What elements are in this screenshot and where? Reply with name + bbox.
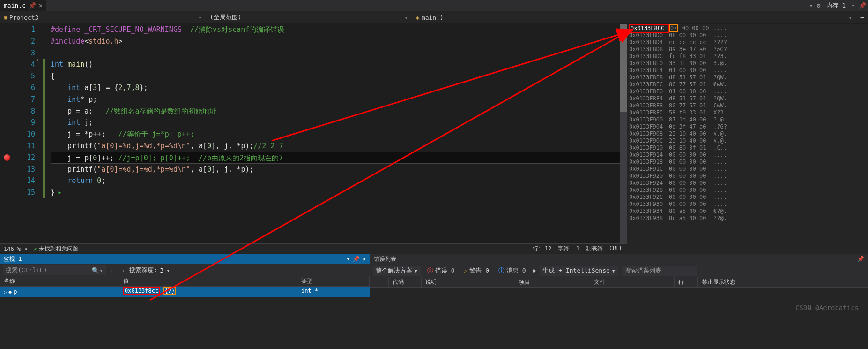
pin-icon[interactable]: 📌 bbox=[29, 2, 36, 9]
function-label: main() bbox=[422, 14, 444, 21]
memory-row[interactable]: 0x0133F8D889 3e 47 a0?>G? bbox=[629, 46, 866, 53]
memory-row[interactable]: 0x0133F90C23 10 40 00#.@. bbox=[629, 137, 866, 144]
memory-rows[interactable]: 0x0133F8CC07 00 00 00....0x0133F8D008 00… bbox=[627, 24, 868, 254]
col-line[interactable]: 行 bbox=[675, 277, 698, 287]
memory-row[interactable]: 0x0133F8F001 00 00 00.... bbox=[629, 88, 866, 95]
chevron-down-icon[interactable]: ▾ bbox=[166, 267, 170, 274]
watch-value-addr: 0x0133f8cc bbox=[123, 287, 160, 295]
watermark: CSDN @Aerobatics bbox=[795, 304, 859, 311]
close-icon[interactable]: ✕ bbox=[363, 256, 366, 262]
nav-prev-icon[interactable]: ← bbox=[109, 267, 116, 274]
editor-panel: 123 456 789 101112 131415 ⊟ #define _CRT… bbox=[0, 24, 627, 254]
dropdown-arrow-icon[interactable]: ▾ bbox=[849, 2, 857, 9]
memory-row[interactable]: 0x0133F92000 00 00 00.... bbox=[629, 173, 866, 180]
search-depth-label: 搜索深度: bbox=[129, 266, 157, 274]
expand-icon[interactable]: ▷ bbox=[4, 289, 7, 295]
watch-panel: 监视 1 ▾ 📌 ✕ 搜索(Ctrl+E) 🔍 ▾ ← → 搜索深度: 3 ▾ … bbox=[0, 254, 370, 349]
dropdown-arrow-icon[interactable]: ▾ bbox=[808, 2, 815, 9]
function-selector[interactable]: ◈ main() ▾ bbox=[412, 11, 856, 23]
col-project[interactable]: 项目 bbox=[515, 277, 590, 287]
status-bar: 146 % ▾ ✔ 未找到相关问题 行: 12 字符: 1 制表符 CRLF bbox=[0, 243, 627, 254]
memory-row[interactable]: 0x0133F8D4cc cc cc cc???? bbox=[629, 39, 866, 46]
memory-row[interactable]: 0x0133F92C00 00 00 00.... bbox=[629, 194, 866, 201]
gear-icon[interactable]: ⚙ bbox=[815, 2, 823, 9]
memory-row[interactable]: 0x0133F8DCfc f8 33 01??3. bbox=[629, 53, 866, 60]
memory-row[interactable]: 0x0133F8F4d8 51 57 01?QW. bbox=[629, 95, 866, 102]
memory-row[interactable]: 0x0133F91000 80 0f 01.€.. bbox=[629, 144, 866, 152]
zoom-dropdown-icon[interactable]: ▾ bbox=[24, 246, 28, 252]
tab-label: main.c bbox=[4, 2, 26, 9]
pin-icon[interactable]: 📌 bbox=[857, 2, 868, 9]
errors-count-button[interactable]: ⓧ 错误 0 bbox=[424, 266, 458, 276]
memory-row[interactable]: 0x0133F8FC58 f9 33 01X?3. bbox=[629, 109, 866, 116]
line-numbers: 123 456 789 101112 131415 bbox=[14, 24, 42, 243]
watch-toolbar: 搜索(Ctrl+E) 🔍 ▾ ← → 搜索深度: 3 ▾ bbox=[0, 264, 370, 276]
code-area[interactable]: 123 456 789 101112 131415 ⊟ #define _CRT… bbox=[0, 24, 627, 243]
memory-row[interactable]: 0x0133F8EC80 77 57 01€wW. bbox=[629, 81, 866, 88]
watch-header: 监视 1 ▾ 📌 ✕ bbox=[0, 254, 370, 264]
col-type[interactable]: 类型 bbox=[297, 276, 370, 286]
pin-icon[interactable]: 📌 bbox=[857, 256, 864, 262]
project-icon: ▣ bbox=[4, 14, 7, 21]
messages-count-button[interactable]: ⓘ 消息 0 bbox=[496, 266, 529, 276]
close-icon[interactable]: ✕ bbox=[39, 2, 43, 9]
split-icon[interactable]: ⫟ bbox=[856, 14, 868, 21]
scope-selector[interactable]: (全局范围) ▾ bbox=[206, 11, 412, 23]
play-icon[interactable]: ▸ bbox=[58, 188, 62, 197]
memory-row[interactable]: 0x0133F92800 00 00 00.... bbox=[629, 187, 866, 194]
col-value[interactable]: 值 bbox=[119, 276, 297, 286]
error-search-input[interactable]: 搜索错误列表 bbox=[622, 266, 697, 276]
pin-icon[interactable]: 📌 bbox=[353, 256, 360, 262]
col-suppress[interactable]: 禁止显示状态 bbox=[698, 277, 868, 287]
memory-row[interactable]: 0x0133F8E401 00 00 00.... bbox=[629, 67, 866, 74]
memory-row[interactable]: 0x0133F93000 00 00 00.... bbox=[629, 201, 866, 208]
memory-row[interactable]: 0x0133F92400 00 00 00.... bbox=[629, 180, 866, 187]
memory-row[interactable]: 0x0133F8CC07 00 00 00.... bbox=[629, 25, 866, 32]
vertical-scrollbar[interactable] bbox=[620, 24, 627, 243]
memory-row[interactable]: 0x0133F93480 a5 40 00€?@. bbox=[629, 208, 866, 215]
memory-row[interactable]: 0x0133F9388c a5 40 00??@. bbox=[629, 215, 866, 222]
breakpoint-gutter[interactable] bbox=[0, 24, 14, 243]
memory-panel: 0x0133F8CC07 00 00 00....0x0133F8D008 00… bbox=[627, 24, 868, 254]
error-list-title: 错误列表 bbox=[374, 255, 396, 263]
col-code[interactable]: 代码 bbox=[389, 277, 422, 287]
memory-row[interactable]: 0x0133F8E8d8 51 57 01?QW. bbox=[629, 74, 866, 81]
warning-icon: ⚠ bbox=[464, 267, 467, 274]
tab-bar: main.c 📌 ✕ ▾ ⚙ 内存 1 ▾ 📌 bbox=[0, 0, 868, 11]
col-name[interactable]: 名称 bbox=[0, 276, 119, 286]
clear-filter-icon[interactable]: ✖ bbox=[533, 267, 536, 274]
breakpoint-marker[interactable] bbox=[4, 154, 10, 161]
file-tab[interactable]: main.c 📌 ✕ bbox=[0, 0, 46, 11]
solution-selector[interactable]: 整个解决方案 ▾ bbox=[373, 266, 421, 276]
watch-var-type: int * bbox=[297, 287, 370, 297]
indent-mode: 制表符 bbox=[586, 245, 603, 253]
memory-row[interactable]: 0x0133F91C00 00 00 00.... bbox=[629, 166, 866, 173]
memory-row[interactable]: 0x0133F8F880 77 57 01€wW. bbox=[629, 102, 866, 109]
col-desc[interactable]: 说明 bbox=[422, 277, 515, 287]
col-icon[interactable] bbox=[370, 277, 389, 287]
project-selector[interactable]: ▣ Project3 ▾ bbox=[0, 11, 206, 23]
col-file[interactable]: 文件 bbox=[590, 277, 675, 287]
warnings-count-button[interactable]: ⚠ 警告 0 bbox=[461, 266, 491, 276]
memory-row[interactable]: 0x0133F91800 00 00 00.... bbox=[629, 159, 866, 166]
build-mode-selector[interactable]: 生成 + IntelliSense ▾ bbox=[540, 266, 618, 276]
search-depth-value[interactable]: 3 bbox=[160, 267, 163, 274]
change-margin: ⊟ bbox=[42, 24, 51, 243]
memory-row[interactable]: 0x0133F8D008 00 00 00.... bbox=[629, 32, 866, 39]
dropdown-icon[interactable]: ▾ bbox=[347, 256, 350, 262]
memory-row[interactable]: 0x0133F9040d 3f 47 a0.?G? bbox=[629, 123, 866, 130]
code-lines[interactable]: #define _CRT_SECURE_NO_WARNINGS //消除vs对s… bbox=[51, 24, 627, 243]
error-list-panel: 错误列表 📌 整个解决方案 ▾ ⓧ 错误 0 ⚠ 警告 0 ⓘ 消息 0 ✖ bbox=[370, 254, 868, 349]
nav-next-icon[interactable]: → bbox=[119, 267, 126, 274]
watch-search-input[interactable]: 搜索(Ctrl+E) 🔍 ▾ bbox=[3, 265, 106, 275]
chevron-down-icon: ▾ bbox=[612, 267, 616, 274]
collapse-icon[interactable]: ⊟ bbox=[37, 57, 40, 62]
memory-row[interactable]: 0x0133F90087 1d 40 00?.@. bbox=[629, 116, 866, 123]
memory-row[interactable]: 0x0133F91400 00 00 00.... bbox=[629, 152, 866, 159]
chevron-down-icon[interactable]: ▾ bbox=[99, 267, 103, 274]
memory-row[interactable]: 0x0133F8E033 1f 40 003.@. bbox=[629, 60, 866, 67]
error-list-header: 错误列表 📌 bbox=[370, 254, 868, 264]
zoom-level[interactable]: 146 % bbox=[4, 246, 21, 252]
watch-row[interactable]: ▷ ◆ p 0x0133f8cc {7} int * bbox=[0, 287, 370, 297]
memory-row[interactable]: 0x0133F90823 10 40 00#.@. bbox=[629, 130, 866, 137]
